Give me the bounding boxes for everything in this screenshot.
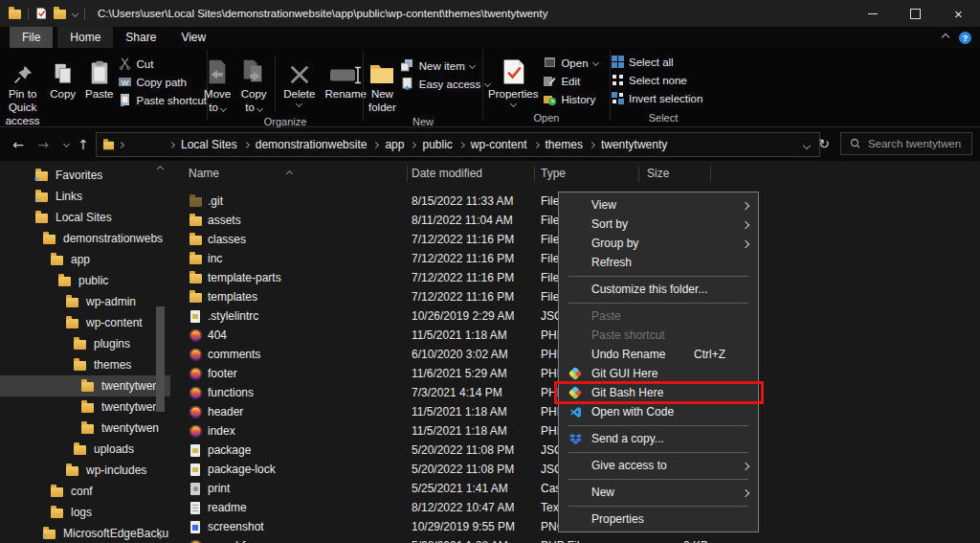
menu-item-git-bash-here[interactable]: Git Bash Here <box>559 383 758 402</box>
up-icon[interactable]: ↑ <box>73 127 94 161</box>
qat-dropdown-icon[interactable] <box>72 10 78 16</box>
menu-separator <box>568 303 748 304</box>
sidebar-item-wp-admin[interactable]: wp-admin <box>0 291 170 312</box>
menu-item-undo-rename[interactable]: Undo RenameCtrl+Z <box>559 345 758 364</box>
sidebar-item-wp-includes[interactable]: wp-includes <box>0 460 170 481</box>
address-bar[interactable]: Local Sitesdemonstrationwebsiteapppublic… <box>96 132 820 157</box>
invert-selection-button[interactable]: Invert selection <box>611 91 702 105</box>
breadcrumb-label[interactable]: demonstrationwebsite <box>249 138 374 151</box>
menu-item-group-by[interactable]: Group by <box>559 234 758 253</box>
properties-button[interactable]: Properties <box>483 51 543 107</box>
breadcrumb-item-twentytwenty[interactable]: twentytwenty <box>590 138 674 151</box>
column-header-size[interactable]: Size <box>647 161 669 186</box>
select-all-button[interactable]: Select all <box>611 55 702 69</box>
breadcrumb-chevron[interactable] <box>118 141 124 147</box>
pin-to-quick-access-button[interactable]: Pin to Quick access <box>0 51 45 128</box>
file-date-cell: 11/6/2021 5:29 AM <box>412 364 507 383</box>
close-button[interactable]: × <box>937 0 980 27</box>
sidebar-item-twentytwen[interactable]: twentytwen <box>0 375 170 396</box>
open-button[interactable]: Open <box>543 56 597 70</box>
column-header-type[interactable]: Type <box>541 161 566 186</box>
breadcrumb-item-themes[interactable]: themes <box>534 138 590 151</box>
tab-home[interactable]: Home <box>57 27 113 48</box>
sidebar-item-public[interactable]: public <box>0 270 170 291</box>
menu-item-git-gui-here[interactable]: Git GUI Here <box>559 364 758 383</box>
sidebar-scroll-up-icon[interactable] <box>153 163 167 174</box>
menu-item-new[interactable]: New <box>559 483 758 502</box>
breadcrumb-item-demonstrationwebsite[interactable]: demonstrationwebsite <box>244 138 374 151</box>
sidebar-scrollbar-thumb[interactable] <box>156 306 165 412</box>
collapse-ribbon-icon[interactable] <box>942 34 949 41</box>
move-to-button[interactable]: Move to <box>199 51 235 116</box>
column-header-name[interactable]: Name <box>189 161 219 186</box>
ribbon-group-organize: Move to Copy to Delete <box>208 48 363 126</box>
search-box[interactable] <box>840 132 972 155</box>
minimize-button[interactable] <box>851 0 894 27</box>
tab-view[interactable]: View <box>168 27 218 48</box>
column-divider[interactable] <box>407 166 408 182</box>
delete-button[interactable]: Delete <box>278 51 320 107</box>
breadcrumb-item-public[interactable]: public <box>411 138 458 151</box>
refresh-icon[interactable]: ↻ <box>813 132 835 155</box>
sidebar-item-Local Sites[interactable]: Local Sites <box>0 207 170 228</box>
php-file-icon <box>189 424 202 438</box>
breadcrumb-label[interactable]: themes <box>539 138 590 151</box>
breadcrumb-label[interactable]: twentytwenty <box>594 138 674 151</box>
menu-item-refresh[interactable]: Refresh <box>559 253 758 272</box>
sidebar-item-twentytwen[interactable]: twentytwen <box>0 418 170 439</box>
folder-icon[interactable] <box>54 10 66 19</box>
sidebar-item-logs[interactable]: logs <box>0 502 170 523</box>
sidebar-scroll-down-icon[interactable] <box>153 530 167 541</box>
sidebar-item-uploads[interactable]: uploads <box>0 439 170 460</box>
paste-shortcut-button[interactable]: Paste shortcut <box>118 93 207 107</box>
tab-share[interactable]: Share <box>113 27 168 48</box>
menu-item-properties[interactable]: Properties <box>559 509 758 529</box>
breadcrumb-item-wp-content[interactable]: wp-content <box>459 138 534 151</box>
sidebar-item-demonstrationwebs[interactable]: demonstrationwebs <box>0 228 170 249</box>
file-row-searchform[interactable]: searchform5/28/2021 1:28 AMPHP File2 KB <box>170 536 980 543</box>
sidebar-item-twentytwen[interactable]: twentytwen <box>0 396 170 418</box>
edit-button[interactable]: Edit <box>543 74 597 88</box>
sidebar-item-themes[interactable]: themes <box>0 354 170 375</box>
breadcrumb-label[interactable]: public <box>415 138 458 151</box>
easy-access-button[interactable]: Easy access <box>401 77 491 91</box>
sidebar-item-conf[interactable]: conf <box>0 481 170 502</box>
new-item-button[interactable]: New item <box>401 58 491 73</box>
menu-item-view[interactable]: View <box>559 195 758 215</box>
cut-button[interactable]: Cut <box>118 57 207 71</box>
copy-path-button[interactable]: W Copy path <box>118 75 207 89</box>
paste-button[interactable]: Paste <box>80 51 118 102</box>
breadcrumb-item-Local Sites[interactable]: Local Sites <box>169 138 244 151</box>
back-icon[interactable]: ← <box>8 127 29 161</box>
column-header-date[interactable]: Date modified <box>412 161 482 186</box>
select-none-button[interactable]: Select none <box>611 73 702 87</box>
breadcrumb-item-app[interactable]: app <box>373 138 411 151</box>
new-folder-button[interactable]: New folder <box>364 51 401 116</box>
sidebar-item-Links[interactable]: ↗Links <box>0 186 170 207</box>
help-icon[interactable]: ? <box>959 32 971 44</box>
menu-item-give-access-to[interactable]: Give access to <box>559 456 758 475</box>
breadcrumb-label[interactable]: wp-content <box>464 138 534 151</box>
search-input[interactable] <box>866 137 963 150</box>
sidebar-item-wp-content[interactable]: wp-content <box>0 312 170 333</box>
menu-item-send-a-copy[interactable]: Send a copy... <box>559 429 758 448</box>
sidebar-item-plugins[interactable]: plugins <box>0 333 170 354</box>
breadcrumb-label[interactable]: app <box>378 138 411 151</box>
column-divider[interactable] <box>710 166 711 182</box>
copy-to-button[interactable]: Copy to <box>235 51 272 116</box>
menu-item-sort-by[interactable]: Sort by <box>559 215 758 234</box>
maximize-button[interactable] <box>894 0 937 27</box>
history-button[interactable]: History <box>543 92 597 106</box>
sidebar-item-MicrosoftEdgeBacku[interactable]: ↑MicrosoftEdgeBacku <box>0 523 170 543</box>
menu-item-open-with-code[interactable]: Open with Code <box>559 402 758 421</box>
column-divider[interactable] <box>534 166 535 182</box>
copy-button[interactable]: Copy <box>45 51 80 102</box>
properties-check-icon[interactable] <box>35 7 47 20</box>
breadcrumb-label[interactable]: Local Sites <box>174 138 244 151</box>
sidebar-item-Favorites[interactable]: ★Favorites <box>0 165 170 186</box>
menu-item-customize-this-folder[interactable]: Customize this folder... <box>559 280 758 299</box>
column-divider[interactable] <box>638 166 639 182</box>
sidebar-item-app[interactable]: app <box>0 249 170 270</box>
forward-icon[interactable]: → <box>33 127 54 161</box>
tab-file[interactable]: File <box>10 27 53 48</box>
